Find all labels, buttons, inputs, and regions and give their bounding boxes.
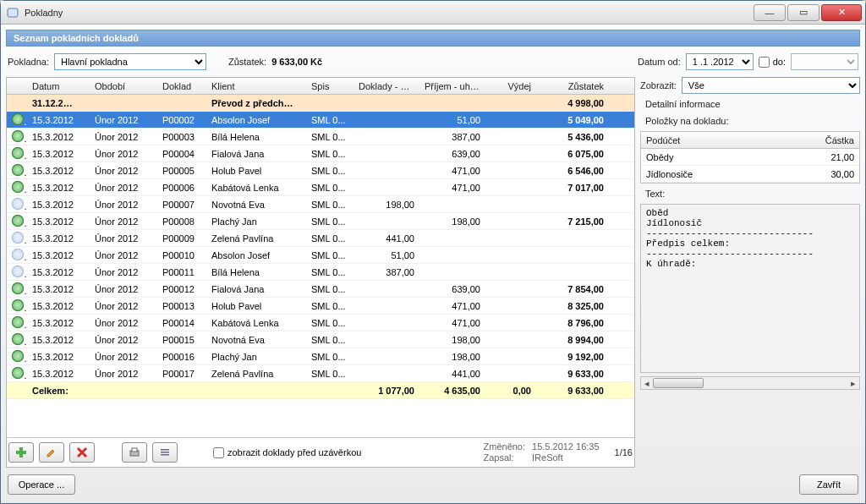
status-ok-icon	[12, 130, 24, 142]
table-row[interactable]: 15.3.2012Únor 2012P00003Bílá HelenaSML 0…	[7, 129, 634, 145]
detail-panel: Zobrazit: Vše Detailní informace Položky…	[640, 77, 860, 468]
section-header: Seznam pokladních dokladů	[6, 30, 860, 47]
status-ok-icon	[12, 333, 24, 345]
table-row[interactable]: 15.3.2012Únor 2012P00002Absolon JosefSML…	[7, 112, 634, 129]
status-draft-icon	[12, 266, 24, 277]
svg-rect-4	[132, 448, 137, 452]
scroll-right-icon[interactable]: ▸	[847, 377, 859, 389]
table-row[interactable]: 15.3.2012Únor 2012P00007Novotná EvaSML 0…	[7, 196, 634, 213]
status-ok-icon	[12, 181, 24, 193]
do-label: do:	[773, 57, 786, 67]
status-ok-icon	[12, 299, 24, 311]
col-poducet[interactable]: Podúčet	[641, 134, 792, 147]
pokladna-select[interactable]: Hlavní pokladna	[54, 53, 206, 70]
table-row[interactable]: Celkem:1 077,004 635,000,009 633,00	[7, 382, 634, 399]
table-row[interactable]: 15.3.2012Únor 2012P00012Fialová JanaSML …	[7, 281, 634, 298]
col-zustatek[interactable]: Zůstatek	[536, 79, 609, 93]
col-castka[interactable]: Částka	[792, 134, 859, 147]
zobrazit-select[interactable]: Vše	[682, 77, 860, 94]
zobrazit-label: Zobrazit:	[640, 80, 677, 90]
col-prijem-uhr[interactable]: Příjem - uhr...	[419, 79, 485, 93]
status-draft-icon	[12, 249, 24, 260]
col-datum[interactable]: Datum	[27, 79, 90, 93]
datum-od-label: Datum od:	[638, 57, 681, 67]
scroll-left-icon[interactable]: ◂	[641, 377, 653, 389]
app-icon	[6, 6, 19, 19]
col-klient[interactable]: Klient	[206, 79, 306, 93]
zustatek-value: 9 633,00 Kč	[271, 57, 322, 67]
grid-footer: zobrazit doklady před uzávěrkou Změněno:…	[7, 437, 634, 467]
table-row[interactable]: 15.3.2012Únor 2012P00015Novotná EvaSML 0…	[7, 331, 634, 348]
documents-grid: Datum Období Doklad Klient Spis Doklady …	[6, 77, 635, 468]
col-doklady-vy[interactable]: Doklady - vy...	[354, 79, 419, 93]
list-item[interactable]: Jídlonosiče30,00	[641, 166, 859, 183]
table-row[interactable]: 15.3.2012Únor 2012P00005Holub PavelSML 0…	[7, 162, 634, 179]
do-input[interactable]	[791, 53, 858, 70]
close-button[interactable]: ✕	[821, 4, 862, 21]
detail-text[interactable]: Oběd Jídlonosič ------------------------…	[640, 204, 860, 373]
svg-rect-5	[161, 449, 169, 451]
table-row[interactable]: 15.3.2012Únor 2012P00013Holub PavelSML 0…	[7, 298, 634, 315]
print-button[interactable]	[122, 442, 147, 463]
delete-button[interactable]	[69, 442, 95, 463]
status-ok-icon	[12, 215, 24, 227]
table-row[interactable]: 15.3.2012Únor 2012P00014Kabátová LenkaSM…	[7, 315, 634, 331]
svg-rect-6	[161, 452, 169, 453]
zustatek-label: Zůstatek:	[228, 57, 266, 67]
status-ok-icon	[12, 367, 24, 379]
col-doklad[interactable]: Doklad	[157, 79, 206, 93]
show-closed-label: zobrazit doklady před uzávěrkou	[227, 447, 361, 457]
status-ok-icon	[12, 113, 24, 125]
table-row[interactable]: 15.3.2012Únor 2012P00009Zelená PavlínaSM…	[7, 230, 634, 247]
scroll-thumb[interactable]	[653, 378, 704, 388]
detail-items-grid: Podúčet Částka Obědy21,00Jídlonosiče30,0…	[640, 131, 860, 184]
datum-od-input[interactable]: 1 .1 .2012	[686, 53, 754, 70]
window-title: Pokladny	[25, 8, 752, 18]
zavrit-button[interactable]: Zavřít	[799, 474, 858, 495]
polozky-label: Položky na dokladu:	[640, 114, 860, 128]
detail-hscroll[interactable]: ◂ ▸	[640, 376, 860, 390]
col-obdobi[interactable]: Období	[90, 79, 157, 93]
svg-rect-2	[16, 451, 26, 454]
status-draft-icon	[12, 198, 24, 210]
maximize-button[interactable]: ▭	[787, 4, 819, 21]
text-label: Text:	[640, 187, 860, 200]
col-vydej[interactable]: Výdej	[485, 79, 536, 93]
table-row[interactable]: 15.3.2012Únor 2012P00006Kabátová LenkaSM…	[7, 179, 634, 196]
list-item[interactable]: Obědy21,00	[641, 149, 859, 166]
do-check-wrap[interactable]: do:	[759, 57, 786, 68]
table-row[interactable]: 15.3.2012Únor 2012P00010Absolon JosefSML…	[7, 247, 634, 264]
titlebar[interactable]: Pokladny — ▭ ✕	[1, 1, 865, 25]
minimize-button[interactable]: —	[754, 4, 786, 21]
table-row[interactable]: 15.3.2012Únor 2012P00008Plachý JanSML 0.…	[7, 213, 634, 230]
do-checkbox[interactable]	[759, 57, 770, 68]
table-row[interactable]: 15.3.2012Únor 2012P00017Zelená PavlínaSM…	[7, 365, 634, 382]
table-row[interactable]: 15.3.2012Únor 2012P00004Fialová JanaSML …	[7, 145, 634, 162]
show-closed-check[interactable]: zobrazit doklady před uzávěrkou	[213, 447, 361, 458]
svg-rect-7	[161, 454, 169, 456]
status-ok-icon	[12, 147, 24, 159]
operace-button[interactable]: Operace ...	[8, 474, 75, 495]
meta-info: Změněno:15.5.2012 16:35 Zapsal:IReSoft	[484, 441, 600, 463]
show-closed-checkbox[interactable]	[213, 447, 224, 458]
grid-body[interactable]: 31.12.2…Převod z předch…4 998,0015.3.201…	[7, 95, 634, 437]
client-area: Seznam pokladních dokladů Pokladna: Hlav…	[1, 25, 865, 503]
status-ok-icon	[12, 164, 24, 176]
status-ok-icon	[12, 316, 24, 328]
app-window: Pokladny — ▭ ✕ Seznam pokladních dokladů…	[0, 0, 866, 504]
table-row[interactable]: 31.12.2…Převod z předch…4 998,00	[7, 95, 634, 112]
list-button[interactable]	[152, 442, 178, 463]
detail-items-body[interactable]: Obědy21,00Jídlonosiče30,00	[641, 149, 859, 183]
dialog-buttons: Operace ... Zavřít	[6, 471, 860, 498]
col-spis[interactable]: Spis	[306, 79, 354, 93]
pokladna-label: Pokladna:	[8, 57, 49, 67]
grid-header[interactable]: Datum Období Doklad Klient Spis Doklady …	[7, 78, 634, 95]
status-ok-icon	[12, 350, 24, 362]
detail-info-label: Detailní informace	[640, 97, 860, 111]
table-row[interactable]: 15.3.2012Únor 2012P00016Plachý JanSML 0.…	[7, 348, 634, 365]
table-row[interactable]: 15.3.2012Únor 2012P00011Bílá HelenaSML 0…	[7, 264, 634, 281]
edit-button[interactable]	[39, 442, 64, 463]
pager: 1/16	[615, 447, 633, 457]
add-button[interactable]	[8, 442, 34, 463]
status-ok-icon	[12, 282, 24, 294]
